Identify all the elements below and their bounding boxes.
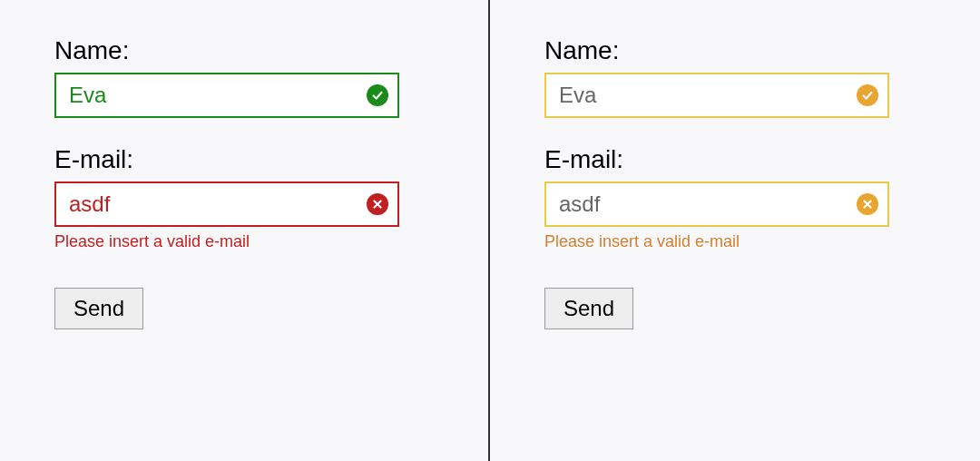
email-input[interactable] — [54, 181, 399, 227]
name-input-wrap — [54, 73, 399, 118]
name-label: Name: — [54, 36, 445, 65]
email-field-group: E-mail: Please insert a valid e-mail — [544, 145, 935, 251]
email-input-wrap — [544, 181, 889, 227]
check-icon — [857, 84, 878, 106]
email-input[interactable] — [544, 181, 889, 227]
name-field-group: Name: — [544, 36, 935, 118]
send-button[interactable]: Send — [54, 288, 143, 329]
email-input-wrap — [54, 181, 399, 227]
email-label: E-mail: — [544, 145, 935, 174]
email-label: E-mail: — [54, 145, 445, 174]
form-panel-right: Name: E-mail: Please insert a valid e-ma… — [490, 0, 980, 461]
name-input[interactable] — [54, 73, 399, 118]
check-icon — [367, 84, 388, 106]
name-input[interactable] — [544, 73, 889, 118]
name-field-group: Name: — [54, 36, 445, 118]
cross-icon — [857, 193, 878, 215]
name-label: Name: — [544, 36, 935, 65]
name-input-wrap — [544, 73, 889, 118]
email-error-message: Please insert a valid e-mail — [54, 232, 445, 251]
email-error-message: Please insert a valid e-mail — [544, 232, 935, 251]
send-button[interactable]: Send — [544, 288, 633, 329]
email-field-group: E-mail: Please insert a valid e-mail — [54, 145, 445, 251]
form-panel-left: Name: E-mail: Please insert a valid e-ma… — [0, 0, 490, 461]
cross-icon — [367, 193, 388, 215]
